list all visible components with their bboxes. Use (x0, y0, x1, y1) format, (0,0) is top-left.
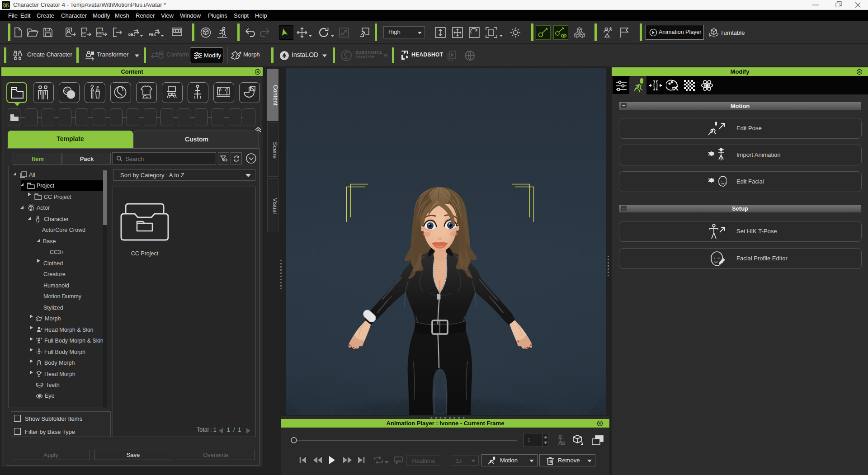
svg-text:FBX: FBX (149, 33, 156, 37)
svg-text:USD: USD (97, 32, 104, 35)
svg-text:OBJ: OBJ (128, 33, 135, 37)
svg-text:IC: IC (82, 31, 86, 35)
